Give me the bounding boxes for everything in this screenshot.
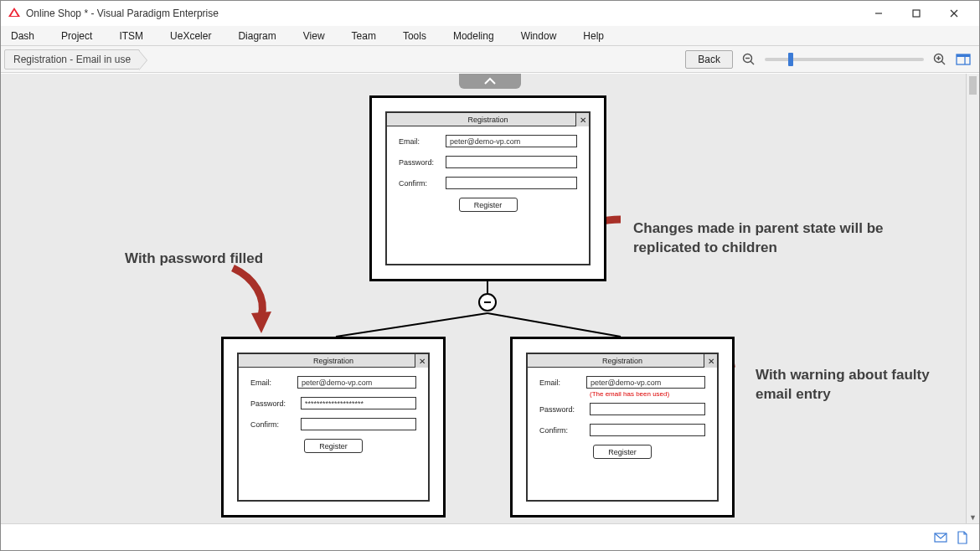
window-maximize-button[interactable] (897, 2, 935, 25)
label-email: Email: (399, 137, 446, 146)
window-close-button[interactable] (935, 2, 972, 25)
svg-line-10 (941, 61, 945, 64)
breadcrumb[interactable]: Registration - Email in use (4, 49, 140, 70)
menu-diagram[interactable]: Diagram (235, 28, 279, 44)
svg-rect-14 (957, 54, 970, 57)
state-child-warning[interactable]: Registration ✕ Email:peter@demo-vp.com (… (510, 337, 735, 518)
document-icon[interactable] (956, 531, 969, 544)
input-password: ******************** (301, 397, 416, 409)
scrollbar-thumb[interactable] (969, 76, 977, 95)
mock-window-title: Registration (467, 116, 508, 124)
input-confirm (301, 418, 416, 430)
menu-uexceler[interactable]: UeXceler (167, 28, 214, 44)
mock-close-icon: ✕ (415, 354, 428, 368)
mock-window: Registration ✕ Email:peter@demo-vp.com (… (526, 353, 719, 502)
label-email: Email: (250, 378, 297, 387)
input-password (590, 403, 705, 415)
panel-toggle-icon[interactable] (956, 52, 971, 67)
email-warning: (The email has been used) (590, 390, 705, 398)
label-password: Password: (539, 405, 590, 414)
annotation-left: With password filled (125, 250, 263, 269)
menu-itsm[interactable]: ITSM (116, 28, 147, 44)
label-password: Password: (250, 399, 301, 408)
zoom-in-icon[interactable] (932, 52, 947, 67)
svg-line-18 (487, 313, 621, 337)
arrow-icon (228, 263, 280, 334)
vertical-scrollbar[interactable]: ▲ ▼ (966, 74, 979, 523)
input-email: peter@demo-vp.com (297, 376, 416, 389)
app-logo-icon (8, 7, 21, 20)
input-email: peter@demo-vp.com (446, 135, 577, 147)
register-button: Register (459, 198, 518, 212)
menubar: Dash Project ITSM UeXceler Diagram View … (1, 26, 979, 46)
mock-window-titlebar: Registration ✕ (239, 354, 428, 368)
menu-view[interactable]: View (300, 28, 328, 44)
svg-marker-20 (251, 312, 271, 333)
mock-window: Registration ✕ Email:peter@demo-vp.com P… (385, 111, 591, 265)
menu-tools[interactable]: Tools (400, 28, 430, 44)
menu-project[interactable]: Project (58, 28, 95, 44)
input-email: peter@demo-vp.com (586, 376, 705, 389)
menu-team[interactable]: Team (348, 28, 379, 44)
window-title: Online Shop * - Visual Paradigm Enterpri… (26, 8, 219, 19)
zoom-slider-handle[interactable] (788, 53, 793, 66)
annotation-right-bottom: With warning about faulty email entry (756, 366, 965, 404)
statusbar (1, 523, 979, 550)
back-button[interactable]: Back (685, 50, 733, 69)
label-confirm: Confirm: (250, 420, 301, 429)
annotation-right-top: Changes made in parent state will be rep… (633, 219, 935, 258)
mock-window-titlebar: Registration ✕ (528, 354, 717, 368)
register-button: Register (593, 445, 652, 459)
menu-modeling[interactable]: Modeling (450, 28, 498, 44)
register-button: Register (304, 439, 363, 453)
tree-collapse-toggle[interactable] (478, 293, 497, 312)
label-confirm: Confirm: (399, 179, 446, 188)
menu-window[interactable]: Window (518, 28, 560, 44)
diagram-canvas[interactable]: With password filled Changes made in par… (1, 74, 979, 523)
svg-line-17 (336, 313, 487, 337)
mock-window-title: Registration (313, 357, 353, 365)
state-child-password[interactable]: Registration ✕ Email:peter@demo-vp.com P… (221, 337, 446, 518)
mock-close-icon: ✕ (704, 354, 717, 368)
input-confirm (446, 177, 577, 189)
scroll-down-icon[interactable]: ▼ (967, 512, 979, 523)
minus-icon (482, 297, 493, 307)
mock-window: Registration ✕ Email:peter@demo-vp.com P… (237, 353, 430, 502)
canvas-collapse-tab[interactable] (459, 74, 521, 89)
mock-window-titlebar: Registration ✕ (387, 113, 589, 126)
svg-rect-3 (913, 10, 920, 17)
menu-dash[interactable]: Dash (8, 28, 38, 44)
zoom-out-icon[interactable] (741, 52, 756, 67)
input-confirm (590, 424, 705, 436)
titlebar: Online Shop * - Visual Paradigm Enterpri… (1, 1, 979, 26)
svg-line-7 (750, 61, 754, 64)
menu-help[interactable]: Help (580, 28, 607, 44)
toolbar: Registration - Email in use Back (1, 46, 979, 73)
mock-close-icon: ✕ (575, 113, 589, 126)
chevron-up-icon (483, 77, 497, 85)
mail-icon[interactable] (934, 531, 947, 544)
label-password: Password: (399, 158, 446, 167)
input-password (446, 156, 577, 168)
zoom-slider[interactable] (765, 58, 924, 61)
label-email: Email: (539, 378, 586, 387)
window-minimize-button[interactable] (859, 2, 897, 25)
label-confirm: Confirm: (539, 426, 590, 435)
mock-window-title: Registration (602, 357, 642, 365)
state-parent[interactable]: Registration ✕ Email:peter@demo-vp.com P… (369, 95, 606, 281)
